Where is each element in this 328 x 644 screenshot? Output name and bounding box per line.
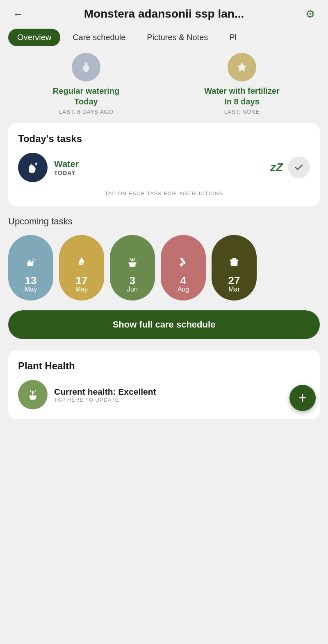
svg-point-0 (84, 62, 88, 66)
header: ← Monstera adansonii ssp lan... ⚙ (0, 0, 328, 25)
upcoming-tasks-section: Upcoming tasks 13 May 17 May (0, 216, 328, 310)
task-row-water[interactable]: Water TODAY zZ (18, 153, 310, 182)
todays-tasks-title: Today's tasks (18, 133, 310, 145)
upcoming-card-3[interactable]: 3 Jun (110, 235, 155, 301)
svg-rect-9 (129, 262, 137, 264)
upcoming-cards-list: 13 May 17 May 3 Jun (8, 235, 320, 301)
svg-rect-12 (231, 260, 238, 266)
upcoming-month-1: May (25, 286, 37, 293)
settings-button[interactable]: ⚙ (302, 8, 318, 20)
snooze-button[interactable]: zZ (270, 161, 283, 174)
task-instructions: TAP ON EACH TASK FOR INSTRUCTIONS (18, 190, 310, 197)
health-icon-circle (18, 380, 48, 409)
upcoming-day-4: 4 (180, 275, 186, 286)
health-info: Current health: Excellent TAP HERE TO UP… (54, 387, 156, 403)
upcoming-day-3: 3 (130, 275, 135, 286)
upcoming-month-4: Aug (178, 286, 189, 293)
svg-rect-10 (180, 258, 186, 264)
back-button[interactable]: ← (10, 8, 26, 20)
health-row[interactable]: Current health: Excellent TAP HERE TO UP… (18, 380, 310, 409)
upcoming-month-3: Jun (127, 286, 138, 293)
fertilizer-card[interactable]: Water with fertilizer In 8 days LAST: NO… (164, 53, 320, 115)
upcoming-day-1: 13 (25, 275, 37, 286)
upcoming-month-5: Mar (228, 286, 240, 293)
plant-health-container: Plant Health Current health: Excellent T… (0, 350, 328, 419)
plant-health-card: Plant Health Current health: Excellent T… (8, 350, 320, 419)
svg-rect-8 (130, 263, 136, 267)
svg-rect-16 (29, 395, 36, 397)
upcoming-card-4[interactable]: 4 Aug (161, 235, 206, 301)
svg-rect-11 (180, 262, 184, 267)
fertilizer-subtitle: In 8 days (164, 96, 320, 107)
watering-last: LAST: 8 DAYS AGO (8, 108, 164, 115)
svg-rect-15 (30, 396, 36, 400)
health-update-label: TAP HERE TO UPDATE (54, 397, 156, 403)
tab-pictures-notes[interactable]: Pictures & Notes (138, 29, 217, 46)
task-actions: zZ (270, 156, 310, 179)
svg-point-5 (34, 259, 35, 260)
tab-overview[interactable]: Overview (8, 29, 60, 46)
plant-health-title: Plant Health (18, 360, 310, 372)
upcoming-day-2: 17 (76, 275, 88, 286)
upcoming-card-1[interactable]: 13 May (8, 235, 53, 301)
fertilizer-icon-circle (228, 53, 256, 81)
svg-rect-2 (27, 262, 34, 266)
upcoming-card-5[interactable]: 27 Mar (212, 235, 257, 301)
show-full-care-schedule-button[interactable]: Show full care schedule (8, 310, 320, 339)
todays-tasks-card: Today's tasks Water TODAY zZ TAP ON EACH… (8, 123, 320, 206)
fertilizer-title: Water with fertilizer (164, 86, 320, 96)
svg-point-6 (32, 259, 33, 260)
watering-card[interactable]: Regular watering Today LAST: 8 DAYS AGO (8, 53, 164, 115)
upcoming-month-2: May (75, 286, 88, 293)
health-status-label: Current health: Excellent (54, 387, 156, 397)
fertilizer-last: LAST: NONE (164, 108, 320, 115)
complete-task-button[interactable] (288, 156, 310, 179)
upcoming-day-5: 27 (228, 275, 240, 286)
water-task-icon (18, 153, 48, 182)
watering-title: Regular watering (8, 86, 164, 96)
care-cards-row: Regular watering Today LAST: 8 DAYS AGO … (0, 53, 328, 123)
tab-bar: Overview Care schedule Pictures & Notes … (0, 25, 328, 53)
watering-icon-circle (72, 53, 100, 81)
svg-point-7 (35, 259, 36, 260)
add-button[interactable]: + (289, 385, 316, 411)
water-task-info: Water TODAY (54, 159, 264, 176)
svg-rect-4 (32, 261, 34, 262)
upcoming-tasks-title: Upcoming tasks (8, 216, 320, 227)
svg-rect-14 (232, 258, 236, 260)
water-task-name: Water (54, 159, 264, 169)
watering-subtitle: Today (8, 96, 164, 107)
water-task-when: TODAY (54, 169, 264, 176)
page-title: Monstera adansonii ssp lan... (26, 7, 302, 20)
tab-care-schedule[interactable]: Care schedule (64, 29, 134, 46)
svg-rect-3 (29, 260, 30, 262)
tab-pl[interactable]: Pl (220, 29, 246, 46)
upcoming-card-2[interactable]: 17 May (59, 235, 104, 301)
